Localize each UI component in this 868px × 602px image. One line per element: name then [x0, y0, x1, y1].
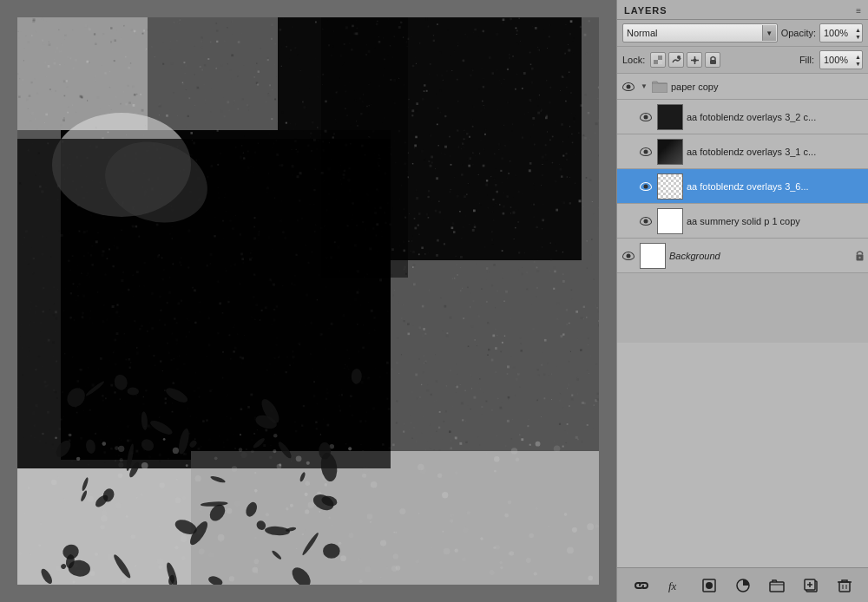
new-layer-btn[interactable]	[801, 576, 820, 595]
fx-btn[interactable]: fx	[666, 576, 685, 595]
panel-footer: fx	[617, 567, 868, 602]
artwork-canvas	[17, 17, 599, 585]
canvas-image	[17, 17, 599, 585]
layers-panel: LAYERS ≡ Normal Dissolve Multiply Screen…	[616, 0, 868, 602]
visibility-eye-3[interactable]	[638, 179, 654, 194]
layer-name-2: aa fotoblendz overlays 3_1 c...	[687, 147, 865, 157]
thumbnail-2	[657, 139, 683, 165]
thumbnail-3	[657, 173, 683, 200]
svg-point-13	[706, 582, 713, 589]
thumbnail-4	[657, 208, 683, 234]
layer-name-1: aa fotoblendz overlays 3_2 c...	[687, 112, 865, 122]
empty-layer-space	[617, 273, 868, 343]
visibility-eye-1[interactable]	[638, 109, 654, 125]
thumb-canvas-1	[657, 104, 683, 130]
svg-rect-2	[658, 56, 662, 60]
svg-rect-1	[658, 60, 662, 64]
visibility-eye-group[interactable]	[621, 79, 636, 95]
layer-list: ▼ paper copy aa fotoblendz overlays 3_2 …	[617, 74, 868, 567]
blend-mode-row: Normal Dissolve Multiply Screen Overlay …	[617, 20, 868, 47]
eye-icon-group	[622, 82, 635, 91]
layer-row-summery[interactable]: aa summery solid p 1 copy	[617, 204, 868, 239]
adjustment-btn[interactable]	[733, 576, 753, 595]
group-layer-name: paper copy	[671, 82, 865, 92]
visibility-eye-4[interactable]	[638, 213, 654, 229]
lock-all-btn[interactable]	[705, 52, 720, 68]
lock-label: Lock:	[622, 55, 645, 65]
thumbnail-5	[640, 243, 666, 269]
fill-input[interactable]	[819, 50, 863, 69]
panel-header: LAYERS ≡	[617, 0, 868, 20]
layer-row-fotoblendz32[interactable]: aa fotoblendz overlays 3_2 c...	[617, 100, 868, 134]
eye-icon-5	[622, 252, 635, 260]
panel-menu-icon[interactable]: ≡	[856, 6, 861, 16]
lock-row: Lock:	[617, 47, 868, 74]
canvas-area	[0, 0, 616, 602]
opacity-input[interactable]	[819, 23, 863, 43]
group-layers-btn[interactable]	[767, 576, 786, 595]
mask-btn[interactable]	[700, 576, 719, 595]
svg-rect-15	[770, 582, 784, 592]
svg-rect-8	[710, 60, 716, 64]
layer-group-row[interactable]: ▼ paper copy	[617, 74, 868, 100]
svg-point-10	[858, 257, 860, 258]
svg-text:fx: fx	[668, 579, 677, 592]
folder-icon	[652, 81, 667, 93]
layer-name-3: aa fotoblendz overlays 3_6...	[687, 181, 865, 192]
lock-position-btn[interactable]	[687, 52, 702, 68]
eye-icon-2	[640, 147, 652, 156]
background-lock-icon	[854, 250, 865, 262]
lock-icons	[650, 52, 720, 68]
eye-icon-1	[640, 113, 652, 121]
fill-label: Fill:	[799, 55, 814, 65]
svg-rect-20	[839, 582, 850, 592]
layer-name-5: Background	[669, 251, 851, 261]
layer-row-fotoblendz36[interactable]: aa fotoblendz overlays 3_6...	[617, 169, 868, 204]
delete-layer-btn[interactable]	[835, 576, 854, 595]
fill-wrapper: ▲ ▼	[819, 50, 863, 69]
blend-mode-wrapper: Normal Dissolve Multiply Screen Overlay …	[622, 23, 778, 43]
opacity-wrapper: ▲ ▼	[819, 23, 863, 43]
layer-name-4: aa summery solid p 1 copy	[687, 216, 865, 226]
link-layers-btn[interactable]	[632, 576, 651, 595]
lock-transparent-btn[interactable]	[650, 52, 666, 68]
layer-row-background[interactable]: Background	[617, 239, 868, 273]
svg-rect-0	[654, 56, 658, 60]
visibility-eye-2[interactable]	[638, 144, 654, 160]
group-triangle[interactable]: ▼	[640, 82, 648, 91]
svg-point-4	[677, 56, 681, 59]
lock-image-btn[interactable]	[668, 52, 684, 68]
svg-point-7	[693, 58, 696, 62]
eye-icon-3	[640, 182, 652, 191]
layer-row-fotoblendz31[interactable]: aa fotoblendz overlays 3_1 c...	[617, 134, 868, 169]
thumbnail-1	[657, 104, 683, 130]
blend-mode-select[interactable]: Normal Dissolve Multiply Screen Overlay	[622, 23, 778, 43]
panel-title: LAYERS	[624, 5, 667, 16]
eye-icon-4	[640, 217, 652, 226]
svg-rect-3	[654, 60, 658, 64]
opacity-label: Opacity:	[781, 28, 816, 38]
visibility-eye-5[interactable]	[621, 248, 636, 264]
